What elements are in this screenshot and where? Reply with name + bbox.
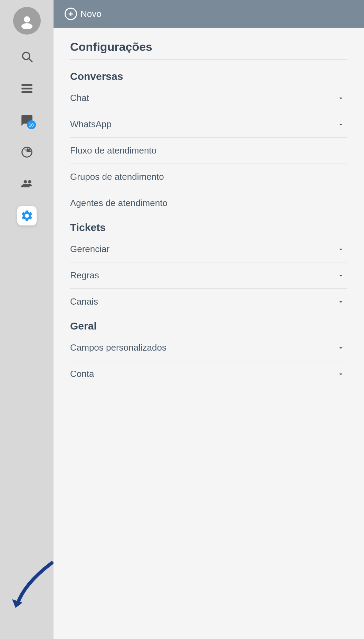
section-conversas: Conversas Chat WhatsApp Fluxo de atendim… (70, 71, 347, 216)
chevron-down-icon (337, 370, 345, 378)
svg-rect-6 (21, 91, 32, 93)
menu-item-regras-label: Regras (70, 270, 99, 281)
menu-item-gerenciar-label: Gerenciar (70, 244, 109, 254)
chevron-down-icon (337, 246, 345, 253)
new-button-icon: + (65, 8, 77, 20)
menu-item-conta-label: Conta (70, 369, 94, 379)
menu-item-grupos-label: Grupos de atendimento (70, 172, 164, 182)
chevron-down-icon (337, 121, 345, 128)
menu-item-canais[interactable]: Canais (70, 289, 347, 315)
top-bar: + Novo (54, 0, 364, 28)
menu-item-whatsapp-label: WhatsApp (70, 119, 112, 130)
menu-item-gerenciar[interactable]: Gerenciar (70, 236, 347, 262)
menu-item-chat[interactable]: Chat (70, 85, 347, 111)
svg-rect-5 (21, 88, 32, 90)
conversations-badge: 10 (27, 120, 36, 129)
main-content: + Novo Configurações Conversas Chat What… (54, 0, 364, 639)
chevron-down-icon (337, 298, 345, 306)
chevron-down-icon (337, 272, 345, 279)
section-title-tickets: Tickets (70, 222, 347, 233)
sidebar-item-reports[interactable] (17, 142, 37, 162)
new-button-label: Novo (80, 9, 102, 19)
sidebar-item-conversations[interactable]: 10 (17, 111, 37, 130)
menu-item-conta[interactable]: Conta (70, 361, 347, 387)
page-title: Configurações (70, 40, 347, 54)
menu-item-campos[interactable]: Campos personalizados (70, 335, 347, 361)
section-tickets: Tickets Gerenciar Regras Canais (70, 222, 347, 315)
menu-item-whatsapp[interactable]: WhatsApp (70, 111, 347, 138)
svg-point-0 (24, 16, 30, 22)
section-title-geral: Geral (70, 320, 347, 332)
chevron-down-icon (337, 344, 345, 352)
svg-point-1 (21, 23, 32, 29)
sidebar-item-search[interactable] (17, 47, 37, 66)
sidebar-item-menu[interactable] (17, 79, 37, 98)
section-title-conversas: Conversas (70, 71, 347, 82)
menu-item-grupos[interactable]: Grupos de atendimento (70, 164, 347, 190)
menu-item-regras[interactable]: Regras (70, 262, 347, 289)
svg-marker-9 (12, 599, 22, 608)
content-area: Configurações Conversas Chat WhatsApp Fl… (54, 28, 364, 639)
avatar[interactable] (13, 7, 41, 35)
title-divider (70, 59, 347, 59)
new-button[interactable]: + Novo (65, 8, 102, 20)
section-geral: Geral Campos personalizados Conta (70, 320, 347, 387)
sidebar-item-settings[interactable] (17, 206, 37, 225)
svg-point-7 (23, 180, 27, 184)
menu-item-fluxo-label: Fluxo de atendimento (70, 145, 156, 156)
svg-point-8 (28, 180, 31, 184)
menu-item-canais-label: Canais (70, 296, 98, 307)
svg-rect-4 (21, 84, 32, 86)
menu-item-chat-label: Chat (70, 93, 89, 103)
menu-item-agentes-label: Agentes de atendimento (70, 198, 167, 209)
chevron-down-icon (337, 94, 345, 102)
menu-item-campos-label: Campos personalizados (70, 342, 166, 353)
svg-line-3 (29, 59, 32, 62)
sidebar-item-team[interactable] (17, 174, 37, 194)
menu-item-agentes[interactable]: Agentes de atendimento (70, 190, 347, 216)
menu-item-fluxo[interactable]: Fluxo de atendimento (70, 138, 347, 164)
svg-point-2 (22, 52, 30, 59)
sidebar: 10 (0, 0, 54, 639)
